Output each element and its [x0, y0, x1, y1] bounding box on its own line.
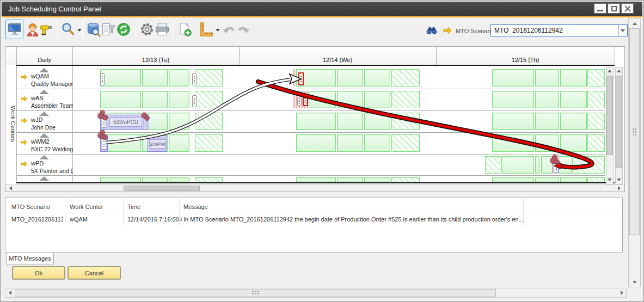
job-bar-narrow[interactable] — [100, 135, 108, 152]
scroll-up-button[interactable] — [629, 20, 640, 27]
collapse-triangle[interactable] — [39, 68, 49, 72]
capacity-block — [169, 69, 189, 87]
collapse-triangle[interactable] — [39, 112, 49, 116]
ok-button[interactable]: Ok — [13, 267, 65, 279]
collapse-triangle[interactable] — [39, 133, 49, 138]
job-bar-narrow[interactable] — [144, 114, 149, 130]
scroll-down-button[interactable] — [606, 176, 613, 183]
undo-icon[interactable] — [221, 21, 236, 38]
capacity-block — [169, 177, 189, 182]
cancel-button[interactable]: Cancel — [68, 267, 120, 279]
filter-panel-icon[interactable] — [101, 21, 116, 38]
close-button[interactable] — [621, 3, 634, 14]
refresh-icon[interactable] — [116, 21, 131, 38]
link-arrow-icon[interactable] — [20, 96, 28, 102]
zoom-magnifier-icon[interactable] — [60, 21, 76, 38]
find-binoculars-icon[interactable] — [426, 25, 438, 35]
minimize-button[interactable] — [594, 3, 606, 14]
day-header-1215: 12/15 (Th) — [436, 47, 615, 65]
tab-mto-messages[interactable]: MTO Messages — [6, 252, 54, 264]
capacity-block — [169, 113, 189, 130]
collapse-triangle[interactable] — [39, 90, 49, 94]
scroll-left-button[interactable] — [7, 186, 14, 191]
wc-name: 5X Painter and D — [31, 168, 73, 174]
scroll-thumb[interactable] — [606, 76, 613, 155]
mto-scenario-combobox[interactable]: MTO_20161206112942 — [490, 24, 628, 36]
pinned-order-bar[interactable] — [554, 163, 559, 173]
capacity-block — [296, 177, 336, 182]
wc-code: wAS — [31, 95, 44, 101]
scroll-thumb[interactable] — [616, 76, 622, 168]
capacity-block — [169, 91, 189, 108]
worker-icon[interactable] — [25, 21, 40, 38]
collapse-triangle[interactable] — [39, 176, 49, 181]
link-arrow-icon[interactable] — [20, 139, 28, 145]
capacity-block — [492, 113, 534, 130]
capacity-block-hatched — [391, 69, 420, 87]
wc-name: Assembler Team — [31, 102, 73, 109]
capacity-block-hatched — [391, 91, 420, 108]
capacity-block — [364, 91, 390, 108]
capacity-block-hatched — [391, 177, 420, 182]
capacity-block — [560, 91, 587, 108]
scroll-left-button[interactable] — [6, 289, 14, 297]
maximize-button[interactable] — [608, 3, 620, 14]
scroll-right-button[interactable] — [618, 289, 625, 297]
link-arrow-icon[interactable] — [20, 118, 28, 124]
capacity-block-hatched — [587, 69, 605, 87]
document-add-icon[interactable] — [177, 21, 192, 38]
conflict-order-bar[interactable] — [303, 97, 308, 106]
scroll-right-button[interactable] — [616, 186, 622, 191]
column-header: Work Center — [70, 204, 103, 210]
print-icon[interactable] — [155, 21, 170, 38]
column-header: Message — [183, 204, 208, 210]
scheduler-view-button-selected[interactable] — [5, 20, 23, 39]
drag-handle[interactable] — [297, 98, 302, 106]
job-bar-label: 2/oPW — [149, 139, 166, 149]
scroll-thumb[interactable] — [15, 289, 496, 297]
capacity-block-hatched — [485, 156, 500, 174]
drag-handle[interactable] — [102, 116, 106, 128]
capacity-block — [535, 113, 559, 130]
scroll-down-button[interactable] — [629, 278, 640, 286]
drag-handle[interactable] — [102, 138, 106, 150]
scroll-up-button[interactable] — [606, 67, 613, 75]
scroll-up-button[interactable] — [616, 67, 622, 75]
scenario-label: MTO Scenario — [456, 28, 494, 34]
link-arrow-icon[interactable] — [20, 74, 28, 80]
cell-message: In MTO Scenario MTO_20161206112942 the b… — [183, 216, 524, 223]
scroll-down-button[interactable] — [616, 176, 622, 183]
database-search-icon[interactable] — [85, 21, 101, 38]
job-bar[interactable]: 532/oPCU — [100, 114, 145, 130]
redo-icon[interactable] — [236, 21, 252, 38]
capacity-block — [309, 91, 336, 108]
combo-dropdown-button[interactable] — [618, 25, 627, 36]
work-centers-axis-label: Work Centers — [5, 66, 16, 182]
ruler-dropdown-caret[interactable] — [216, 29, 220, 32]
close-icon — [624, 5, 631, 12]
drag-handle[interactable] — [192, 95, 197, 107]
capacity-block — [364, 134, 390, 152]
scroll-thumb[interactable] — [124, 186, 200, 191]
capacity-block — [100, 69, 141, 87]
wc-code: wQAM — [31, 73, 49, 79]
drag-handle[interactable] — [192, 73, 197, 85]
link-arrow-icon[interactable] — [20, 161, 28, 167]
settings-gear-icon[interactable] — [139, 21, 155, 38]
collapse-triangle[interactable] — [39, 155, 49, 159]
day-header-1214: 12/14 (We) — [239, 47, 436, 65]
gantt-hscrollbar — [5, 184, 624, 192]
capacity-block — [337, 177, 363, 182]
conflict-order-bar[interactable] — [298, 72, 304, 85]
drag-handle[interactable] — [100, 73, 105, 85]
scale-ruler-icon[interactable] — [198, 21, 213, 38]
scroll-thumb[interactable] — [629, 28, 640, 235]
capacity-block — [364, 69, 390, 87]
tools-drill-icon[interactable] — [39, 21, 54, 38]
link-arrow-icon[interactable] — [443, 27, 452, 34]
zoom-dropdown-caret[interactable] — [77, 29, 82, 32]
job-bar[interactable]: 2/oPW — [148, 135, 167, 152]
message-row[interactable]: MTO_20161206112942 wQAM 12/14/2016 7:16:… — [5, 214, 622, 224]
capacity-block — [142, 177, 168, 182]
capacity-block — [337, 134, 363, 152]
